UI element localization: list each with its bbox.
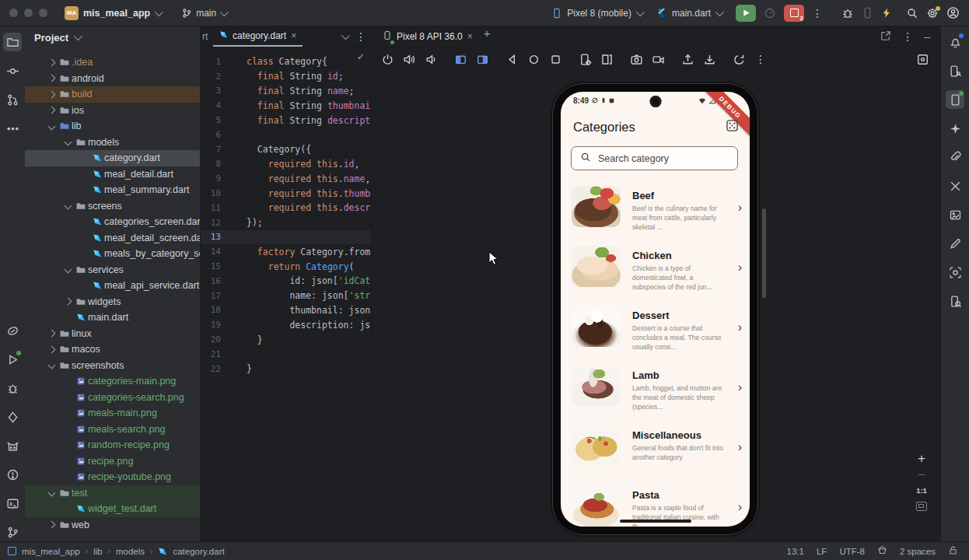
code-line-2[interactable]: 2 final String id; (201, 69, 371, 84)
code-line-7[interactable]: 7 Category({ (201, 142, 371, 157)
rotate-left-icon[interactable] (451, 51, 470, 68)
line-ending[interactable]: LF (817, 547, 827, 556)
editor-options-icon[interactable]: ⋮ (355, 33, 366, 40)
macos-window-controls[interactable] (9, 9, 47, 17)
chevron-down-icon[interactable] (61, 203, 74, 208)
home-icon[interactable] (524, 51, 543, 68)
emulator-screen[interactable]: 8:49 DEBUG (561, 92, 750, 527)
chevron-right-icon[interactable] (45, 60, 58, 65)
inspection-ok-icon[interactable]: ✓ (357, 51, 365, 62)
panel-options-icon[interactable]: ⋮ (902, 33, 913, 40)
tree-item-services[interactable]: services (25, 262, 200, 278)
chevron-down-icon[interactable] (45, 490, 58, 495)
code-line-21[interactable]: 21 (201, 347, 371, 362)
tree-item-android[interactable]: android (25, 71, 200, 87)
more-tools-icon[interactable] (3, 119, 22, 138)
tree-item--idea[interactable]: .idea (25, 54, 200, 71)
tree-item-models[interactable]: models (25, 135, 200, 151)
code-line-8[interactable]: 8 required this.id, (201, 157, 371, 172)
code-line-10[interactable]: 10 required this.thumbn (201, 186, 371, 201)
device-selector[interactable]: Pixel 8 (mobile) (551, 8, 642, 19)
tree-item-linux[interactable]: linux (25, 326, 200, 342)
vcs-branch-widget[interactable]: main (181, 8, 226, 19)
notifications-icon[interactable] (946, 33, 964, 51)
code-line-20[interactable]: 20 } (201, 332, 371, 347)
rotate-right-icon[interactable] (473, 51, 491, 68)
partial-hidden-tab[interactable]: rt (202, 31, 213, 42)
attach-debugger-icon[interactable] (841, 7, 854, 19)
tree-item-meal-summary-dart[interactable]: meal_summary.dart (25, 182, 200, 198)
screenshot-icon[interactable] (627, 51, 645, 68)
chevron-down-icon[interactable] (45, 124, 58, 129)
chevron-right-icon[interactable] (45, 522, 58, 527)
back-icon[interactable] (502, 51, 521, 68)
code-line-15[interactable]: 15 return Category( (201, 259, 371, 274)
chevron-down-icon[interactable] (74, 32, 82, 40)
category-item-miscellaneous[interactable]: MiscellaneousGeneral foods that don't fi… (561, 422, 750, 481)
services-icon[interactable] (3, 321, 22, 340)
breadcrumb-item[interactable]: category.dart (173, 547, 224, 556)
project-widget[interactable]: MA mis_meal_app (65, 6, 161, 20)
breadcrumb-item[interactable]: models (116, 547, 145, 556)
chevron-right-icon[interactable] (45, 347, 58, 352)
tree-item-build[interactable]: build (25, 86, 200, 103)
category-item-lamb[interactable]: LambLamb, hogget, and mutton are the mea… (561, 362, 750, 422)
tree-item-meals-by-category-scre[interactable]: meals_by_category_scre (25, 246, 200, 262)
file-encoding[interactable]: UTF-8 (839, 547, 865, 556)
add-device-tab-icon[interactable]: + (484, 26, 491, 47)
device-mirroring-icon[interactable] (862, 7, 873, 19)
zoom-reset-button[interactable]: 1:1 (916, 486, 927, 495)
layout-inspector-icon[interactable] (913, 51, 932, 68)
tree-item-widget-test-dart[interactable]: widget_test.dart (25, 501, 200, 517)
commit-icon[interactable] (3, 61, 22, 80)
category-item-chicken[interactable]: ChickenChicken is a type of domesticated… (561, 242, 750, 302)
screen-record-icon[interactable] (649, 51, 667, 68)
tree-item-meal-detail-screen-dart[interactable]: meal_detail_screen.dart (25, 230, 200, 247)
code-line-9[interactable]: 9 required this.name, (201, 171, 371, 186)
tree-item-recipe-png[interactable]: recipe.png (25, 453, 200, 470)
pull-requests-icon[interactable] (3, 90, 22, 109)
fold-icon[interactable] (597, 51, 616, 68)
indent-config[interactable]: 2 spaces (900, 547, 936, 556)
snapshot-icon[interactable] (729, 51, 748, 68)
tab-category-dart[interactable]: category.dart × (213, 26, 303, 47)
search-everywhere-icon[interactable] (906, 7, 918, 19)
upload-icon[interactable] (678, 51, 697, 68)
chevron-down-icon[interactable] (61, 139, 74, 145)
ai-edit-icon[interactable] (946, 234, 964, 253)
minimize-window-icon[interactable] (24, 9, 33, 17)
code-line-1[interactable]: 1class Category{ (201, 54, 371, 69)
chevron-right-icon[interactable] (61, 299, 74, 304)
run-icon[interactable] (3, 350, 22, 369)
tree-item-test[interactable]: test (25, 485, 200, 502)
tree-item-screenshots[interactable]: screenshots (25, 358, 200, 374)
more-actions-icon[interactable]: ⋮ (812, 9, 823, 17)
problems-icon[interactable] (3, 465, 22, 484)
settings-gear-icon[interactable] (926, 7, 939, 19)
tree-item-main-dart[interactable]: main.dart (25, 310, 200, 326)
ai-tools-icon[interactable] (946, 177, 964, 195)
chevron-down-icon[interactable] (61, 267, 74, 272)
terminal-icon[interactable] (3, 494, 22, 513)
random-meal-dice-icon[interactable] (726, 119, 739, 135)
tree-item-categories-search-png[interactable]: categories-search.png (25, 390, 200, 406)
zoom-window-icon[interactable] (39, 9, 47, 17)
tree-item-meal-detail-dart[interactable]: meal_detail.dart (25, 166, 200, 183)
code-line-5[interactable]: 5 final String descripti (201, 113, 371, 128)
close-tab-icon[interactable]: × (467, 31, 473, 42)
tree-item-web[interactable]: web (25, 517, 200, 534)
tree-item-categories-screen-dart[interactable]: categories_screen.dart (25, 214, 200, 230)
fit-to-window-button[interactable] (916, 502, 927, 511)
tab-list-dropdown-icon[interactable] (341, 31, 350, 40)
code-line-3[interactable]: 3 final String name; (201, 84, 371, 99)
tab-pixel8-device[interactable]: Pixel 8 API 36.0 × (375, 26, 481, 47)
zoom-out-button[interactable]: − (918, 471, 925, 479)
open-in-window-icon[interactable] (880, 30, 891, 44)
profiler-button[interactable] (764, 7, 776, 19)
code-editor[interactable]: 1class Category{2 final String id;3 fina… (201, 47, 371, 376)
tree-item-screens[interactable]: screens (25, 198, 200, 215)
code-line-14[interactable]: 14 factory Category.from (201, 244, 371, 259)
search-category-field[interactable]: Search category (571, 146, 738, 170)
close-window-icon[interactable] (9, 9, 18, 17)
ai-scan-icon[interactable] (946, 263, 964, 282)
